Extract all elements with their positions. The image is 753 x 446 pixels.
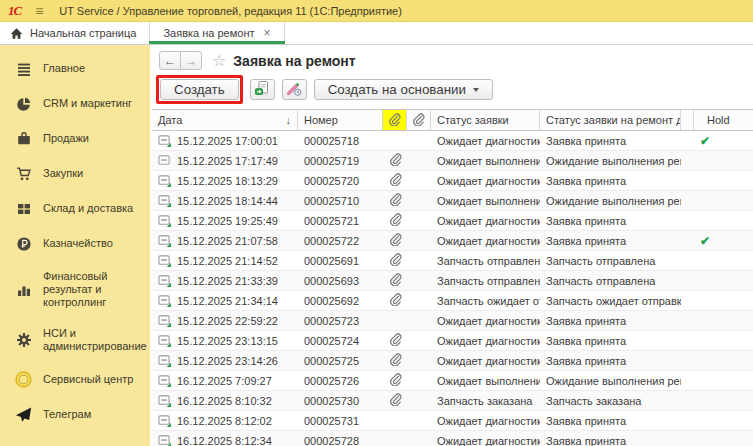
paperclip-icon <box>412 113 425 128</box>
table-row[interactable]: 15.12.2025 19:25:49000025721Ожидает диаг… <box>152 211 753 231</box>
cell-hold <box>694 391 753 410</box>
sidebar-item-purchases[interactable]: Закупки <box>0 156 150 191</box>
sidebar-item-label: Телеграм <box>43 408 91 421</box>
cell-attachment-2 <box>407 431 431 446</box>
table-row[interactable]: 15.12.2025 21:14:52000025691Запчасть отп… <box>152 251 753 271</box>
cell-status: Ожидает диагностики <box>431 351 540 370</box>
sidebar-item-label: Продажи <box>43 132 89 145</box>
column-header-number[interactable]: Номер <box>298 110 383 130</box>
create-button[interactable]: Создать <box>160 79 239 100</box>
table-row[interactable]: 15.12.2025 21:34:14000025692Запчасть ожи… <box>152 291 753 311</box>
document-unposted-icon <box>158 154 171 167</box>
back-button[interactable]: ← <box>159 51 181 70</box>
repair-requests-table: Дата↓НомерСтатус заявкиСтатус заявки на … <box>152 109 753 446</box>
table-row[interactable]: 15.12.2025 17:00:01000025718Ожидает диаг… <box>152 131 753 151</box>
toolbar: Создать Создать на основании <box>150 72 753 109</box>
date-value: 15.12.2025 19:25:49 <box>177 215 278 227</box>
client-status-value: Запчасть ожидает отправку <box>546 295 681 307</box>
table-row[interactable]: 15.12.2025 21:07:58000025722Ожидает диаг… <box>152 231 753 251</box>
cell-client-status: Запчасть заказана <box>540 391 681 410</box>
cell-date: 16.12.2025 8:10:32 <box>152 391 298 410</box>
client-status-value: Заявка принята <box>546 435 626 446</box>
cell-spacer <box>681 191 694 210</box>
column-header-attachment-2[interactable] <box>407 110 431 130</box>
table-row[interactable]: 16.12.2025 7:09:27000025726Ожидает выпол… <box>152 371 753 391</box>
hamburger-menu-icon[interactable]: ≡ <box>35 4 43 18</box>
cell-hold <box>694 351 753 370</box>
cell-date: 15.12.2025 23:14:26 <box>152 351 298 370</box>
date-value: 16.12.2025 8:10:32 <box>177 395 272 407</box>
column-header-hold[interactable]: Hold <box>694 110 753 130</box>
tab-bar: Начальная страница Заявка на ремонт × <box>0 22 753 45</box>
cell-spacer <box>681 151 694 170</box>
column-header-label: Статус заявки на ремонт для кл... <box>546 114 681 126</box>
cell-number: 000025724 <box>298 331 383 350</box>
sidebar-item-nsi[interactable]: НСИ и администрирование <box>0 318 150 362</box>
column-header-client-status[interactable]: Статус заявки на ремонт для кл... <box>540 110 681 130</box>
sidebar-item-service-center[interactable]: Сервисный центр <box>0 362 150 397</box>
cell-attachment <box>383 331 407 350</box>
document-posted-icon <box>158 254 171 267</box>
forward-button[interactable]: → <box>180 51 202 70</box>
home-page-label: Начальная страница <box>30 27 136 39</box>
cell-number: 000025731 <box>298 411 383 430</box>
table-row[interactable]: 15.12.2025 23:14:26000025725Ожидает диаг… <box>152 351 753 371</box>
cell-client-status: Заявка принята <box>540 211 681 230</box>
create-based-on-button[interactable]: Создать на основании <box>314 79 493 100</box>
cell-status: Запчасть отправлена <box>431 251 540 270</box>
pencil-clock-button[interactable] <box>282 79 307 100</box>
column-header-date[interactable]: Дата↓ <box>152 110 298 130</box>
number-value: 000025692 <box>304 295 359 307</box>
document-posted-icon <box>158 334 171 347</box>
sidebar-item-finance[interactable]: Финансовый результат и контроллинг <box>0 261 150 318</box>
column-header-label: Дата <box>158 114 182 126</box>
paperclip-icon <box>389 293 402 308</box>
document-posted-icon <box>158 174 171 187</box>
number-value: 000025719 <box>304 155 359 167</box>
table-row[interactable]: 15.12.2025 22:59:22000025723Ожидает диаг… <box>152 311 753 331</box>
sidebar-item-crm[interactable]: CRM и маркетинг <box>0 86 150 121</box>
sidebar-item-warehouse[interactable]: Склад и доставка <box>0 191 150 226</box>
column-header-status[interactable]: Статус заявки <box>431 110 540 130</box>
client-status-value: Ожидание выполнения ремонта <box>546 155 681 167</box>
cell-client-status: Ожидание выполнения ремонта <box>540 371 681 390</box>
copy-document-button[interactable] <box>250 79 275 100</box>
sidebar-item-treasury[interactable]: Казначейство <box>0 226 150 261</box>
coin-icon <box>15 371 32 388</box>
table-row[interactable]: 15.12.2025 21:33:39000025693Запчасть отп… <box>152 271 753 291</box>
cell-date: 15.12.2025 17:00:01 <box>152 131 298 150</box>
table-row[interactable]: 15.12.2025 18:14:44000025710Ожидает выпо… <box>152 191 753 211</box>
cell-client-status: Ожидание выполнения ремонта <box>540 191 681 210</box>
cell-attachment-2 <box>407 331 431 350</box>
document-posted-icon <box>158 354 171 367</box>
number-value: 000025693 <box>304 275 359 287</box>
column-header-attachment-1[interactable] <box>383 110 407 130</box>
close-icon[interactable]: × <box>264 27 271 39</box>
column-header-label: Статус заявки <box>437 114 509 126</box>
sidebar-item-label: Сервисный центр <box>43 373 133 386</box>
status-value: Ожидает диагностики <box>437 415 540 427</box>
table-row[interactable]: 15.12.2025 17:17:49000025719Ожидает выпо… <box>152 151 753 171</box>
sidebar-item-sales[interactable]: Продажи <box>0 121 150 156</box>
sidebar-item-telegram[interactable]: Телеграм <box>0 397 150 432</box>
column-header-spacer[interactable] <box>681 110 694 130</box>
table-row[interactable]: 15.12.2025 23:13:15000025724Ожидает диаг… <box>152 331 753 351</box>
cell-hold <box>694 151 753 170</box>
table-row[interactable]: 16.12.2025 8:12:02000025731Ожидает диагн… <box>152 411 753 431</box>
favorite-star-icon[interactable]: ☆ <box>212 53 226 69</box>
sidebar-item-main[interactable]: Главное <box>0 51 150 86</box>
tab-repair-request[interactable]: Заявка на ремонт × <box>149 22 284 44</box>
document-posted-icon <box>158 274 171 287</box>
cell-number: 000025710 <box>298 191 383 210</box>
cell-attachment-2 <box>407 191 431 210</box>
table-row[interactable]: 15.12.2025 18:13:29000025720Ожидает диаг… <box>152 171 753 191</box>
cell-attachment <box>383 131 407 150</box>
table-row[interactable]: 16.12.2025 8:12:34000025728Ожидает диагн… <box>152 431 753 446</box>
cell-attachment-2 <box>407 211 431 230</box>
number-value: 000025730 <box>304 395 359 407</box>
home-page-button[interactable]: Начальная страница <box>0 22 149 44</box>
table-row[interactable]: 16.12.2025 8:10:32000025730Запчасть зака… <box>152 391 753 411</box>
cell-number: 000025726 <box>298 371 383 390</box>
cell-date: 16.12.2025 8:12:02 <box>152 411 298 430</box>
status-value: Запчасть отправлена <box>437 255 540 267</box>
